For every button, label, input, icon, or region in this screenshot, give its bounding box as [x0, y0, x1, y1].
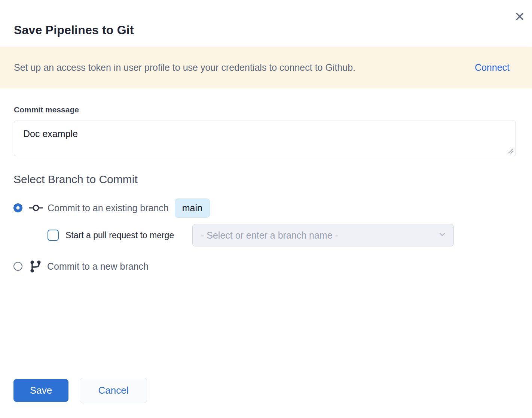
select-branch-heading: Select Branch to Commit: [13, 173, 138, 186]
pull-request-row: Start a pull request to merge: [48, 224, 174, 246]
pull-request-checkbox[interactable]: [48, 230, 59, 241]
new-branch-radio[interactable]: [13, 262, 22, 271]
git-commit-icon: [29, 203, 43, 212]
page-title: Save Pipelines to Git: [14, 23, 134, 37]
connect-link[interactable]: Connect: [475, 62, 510, 73]
new-branch-row: Commit to a new branch: [13, 257, 149, 276]
access-token-banner: Set up an access token in user profile t…: [0, 47, 532, 88]
commit-message-label: Commit message: [14, 105, 79, 114]
merge-branch-placeholder: - Select or enter a branch name -: [201, 230, 338, 241]
current-branch-badge[interactable]: main: [175, 199, 210, 218]
pull-request-label: Start a pull request to merge: [65, 230, 174, 240]
merge-branch-dropdown[interactable]: - Select or enter a branch name -: [192, 224, 454, 246]
existing-branch-label: Commit to an existing branch: [48, 203, 169, 213]
existing-branch-row: Commit to an existing branch main: [13, 199, 210, 217]
chevron-down-icon: [438, 230, 447, 240]
existing-branch-radio[interactable]: [13, 203, 22, 212]
save-button[interactable]: Save: [13, 379, 68, 402]
new-branch-label: Commit to a new branch: [47, 261, 149, 272]
git-branch-icon: [30, 260, 41, 273]
close-icon: [514, 11, 525, 23]
cancel-button[interactable]: Cancel: [80, 378, 147, 403]
close-button[interactable]: [513, 10, 526, 23]
commit-message-input[interactable]: Doc example: [14, 121, 516, 156]
banner-message: Set up an access token in user profile t…: [14, 62, 355, 73]
